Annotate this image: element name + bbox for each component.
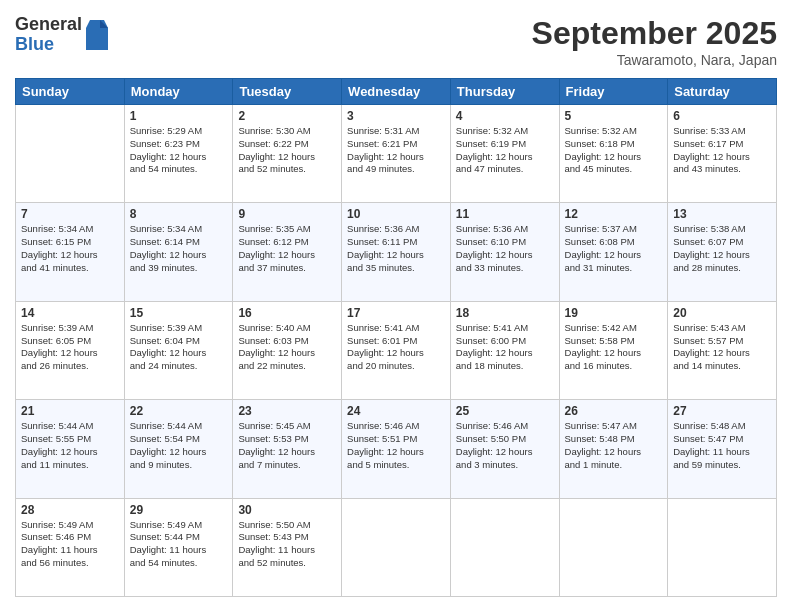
day-number: 4 (456, 109, 554, 123)
day-info: Sunrise: 5:41 AM Sunset: 6:00 PM Dayligh… (456, 322, 554, 373)
table-row (668, 498, 777, 596)
day-info: Sunrise: 5:49 AM Sunset: 5:46 PM Dayligh… (21, 519, 119, 570)
day-number: 20 (673, 306, 771, 320)
col-friday: Friday (559, 79, 668, 105)
table-row: 18Sunrise: 5:41 AM Sunset: 6:00 PM Dayli… (450, 301, 559, 399)
day-info: Sunrise: 5:43 AM Sunset: 5:57 PM Dayligh… (673, 322, 771, 373)
day-number: 10 (347, 207, 445, 221)
day-number: 12 (565, 207, 663, 221)
day-number: 18 (456, 306, 554, 320)
table-row: 20Sunrise: 5:43 AM Sunset: 5:57 PM Dayli… (668, 301, 777, 399)
day-number: 5 (565, 109, 663, 123)
day-number: 9 (238, 207, 336, 221)
table-row: 2Sunrise: 5:30 AM Sunset: 6:22 PM Daylig… (233, 105, 342, 203)
day-number: 26 (565, 404, 663, 418)
day-info: Sunrise: 5:46 AM Sunset: 5:50 PM Dayligh… (456, 420, 554, 471)
col-tuesday: Tuesday (233, 79, 342, 105)
table-row: 13Sunrise: 5:38 AM Sunset: 6:07 PM Dayli… (668, 203, 777, 301)
table-row: 10Sunrise: 5:36 AM Sunset: 6:11 PM Dayli… (342, 203, 451, 301)
day-number: 13 (673, 207, 771, 221)
calendar: Sunday Monday Tuesday Wednesday Thursday… (15, 78, 777, 597)
table-row: 27Sunrise: 5:48 AM Sunset: 5:47 PM Dayli… (668, 400, 777, 498)
day-info: Sunrise: 5:38 AM Sunset: 6:07 PM Dayligh… (673, 223, 771, 274)
month-title: September 2025 (532, 15, 777, 52)
table-row: 9Sunrise: 5:35 AM Sunset: 6:12 PM Daylig… (233, 203, 342, 301)
col-sunday: Sunday (16, 79, 125, 105)
day-info: Sunrise: 5:32 AM Sunset: 6:19 PM Dayligh… (456, 125, 554, 176)
day-number: 23 (238, 404, 336, 418)
page: General Blue September 2025 Tawaramoto, … (0, 0, 792, 612)
title-section: September 2025 Tawaramoto, Nara, Japan (532, 15, 777, 68)
logo-icon (86, 20, 108, 50)
day-info: Sunrise: 5:34 AM Sunset: 6:14 PM Dayligh… (130, 223, 228, 274)
table-row: 14Sunrise: 5:39 AM Sunset: 6:05 PM Dayli… (16, 301, 125, 399)
calendar-week-row: 1Sunrise: 5:29 AM Sunset: 6:23 PM Daylig… (16, 105, 777, 203)
table-row: 28Sunrise: 5:49 AM Sunset: 5:46 PM Dayli… (16, 498, 125, 596)
table-row: 7Sunrise: 5:34 AM Sunset: 6:15 PM Daylig… (16, 203, 125, 301)
day-number: 7 (21, 207, 119, 221)
day-info: Sunrise: 5:44 AM Sunset: 5:54 PM Dayligh… (130, 420, 228, 471)
day-info: Sunrise: 5:40 AM Sunset: 6:03 PM Dayligh… (238, 322, 336, 373)
table-row: 3Sunrise: 5:31 AM Sunset: 6:21 PM Daylig… (342, 105, 451, 203)
calendar-week-row: 7Sunrise: 5:34 AM Sunset: 6:15 PM Daylig… (16, 203, 777, 301)
table-row: 12Sunrise: 5:37 AM Sunset: 6:08 PM Dayli… (559, 203, 668, 301)
table-row: 21Sunrise: 5:44 AM Sunset: 5:55 PM Dayli… (16, 400, 125, 498)
col-thursday: Thursday (450, 79, 559, 105)
day-info: Sunrise: 5:36 AM Sunset: 6:11 PM Dayligh… (347, 223, 445, 274)
table-row: 6Sunrise: 5:33 AM Sunset: 6:17 PM Daylig… (668, 105, 777, 203)
day-number: 16 (238, 306, 336, 320)
day-info: Sunrise: 5:31 AM Sunset: 6:21 PM Dayligh… (347, 125, 445, 176)
day-info: Sunrise: 5:44 AM Sunset: 5:55 PM Dayligh… (21, 420, 119, 471)
day-info: Sunrise: 5:46 AM Sunset: 5:51 PM Dayligh… (347, 420, 445, 471)
day-info: Sunrise: 5:39 AM Sunset: 6:04 PM Dayligh… (130, 322, 228, 373)
day-info: Sunrise: 5:32 AM Sunset: 6:18 PM Dayligh… (565, 125, 663, 176)
logo-blue: Blue (15, 35, 82, 55)
table-row: 1Sunrise: 5:29 AM Sunset: 6:23 PM Daylig… (124, 105, 233, 203)
day-number: 25 (456, 404, 554, 418)
table-row (559, 498, 668, 596)
location: Tawaramoto, Nara, Japan (532, 52, 777, 68)
day-info: Sunrise: 5:41 AM Sunset: 6:01 PM Dayligh… (347, 322, 445, 373)
day-info: Sunrise: 5:36 AM Sunset: 6:10 PM Dayligh… (456, 223, 554, 274)
day-number: 6 (673, 109, 771, 123)
day-number: 14 (21, 306, 119, 320)
table-row: 23Sunrise: 5:45 AM Sunset: 5:53 PM Dayli… (233, 400, 342, 498)
calendar-header-row: Sunday Monday Tuesday Wednesday Thursday… (16, 79, 777, 105)
svg-marker-0 (86, 20, 108, 50)
col-wednesday: Wednesday (342, 79, 451, 105)
calendar-week-row: 21Sunrise: 5:44 AM Sunset: 5:55 PM Dayli… (16, 400, 777, 498)
table-row: 30Sunrise: 5:50 AM Sunset: 5:43 PM Dayli… (233, 498, 342, 596)
table-row: 26Sunrise: 5:47 AM Sunset: 5:48 PM Dayli… (559, 400, 668, 498)
table-row: 17Sunrise: 5:41 AM Sunset: 6:01 PM Dayli… (342, 301, 451, 399)
day-info: Sunrise: 5:35 AM Sunset: 6:12 PM Dayligh… (238, 223, 336, 274)
day-info: Sunrise: 5:39 AM Sunset: 6:05 PM Dayligh… (21, 322, 119, 373)
col-monday: Monday (124, 79, 233, 105)
day-info: Sunrise: 5:34 AM Sunset: 6:15 PM Dayligh… (21, 223, 119, 274)
day-info: Sunrise: 5:33 AM Sunset: 6:17 PM Dayligh… (673, 125, 771, 176)
day-number: 21 (21, 404, 119, 418)
day-number: 29 (130, 503, 228, 517)
day-number: 8 (130, 207, 228, 221)
day-number: 30 (238, 503, 336, 517)
table-row: 8Sunrise: 5:34 AM Sunset: 6:14 PM Daylig… (124, 203, 233, 301)
table-row: 29Sunrise: 5:49 AM Sunset: 5:44 PM Dayli… (124, 498, 233, 596)
day-number: 22 (130, 404, 228, 418)
day-number: 19 (565, 306, 663, 320)
day-number: 27 (673, 404, 771, 418)
logo-general: General (15, 15, 82, 35)
header: General Blue September 2025 Tawaramoto, … (15, 15, 777, 68)
table-row (16, 105, 125, 203)
day-number: 1 (130, 109, 228, 123)
day-number: 24 (347, 404, 445, 418)
table-row: 24Sunrise: 5:46 AM Sunset: 5:51 PM Dayli… (342, 400, 451, 498)
table-row: 16Sunrise: 5:40 AM Sunset: 6:03 PM Dayli… (233, 301, 342, 399)
day-number: 28 (21, 503, 119, 517)
table-row: 15Sunrise: 5:39 AM Sunset: 6:04 PM Dayli… (124, 301, 233, 399)
day-info: Sunrise: 5:48 AM Sunset: 5:47 PM Dayligh… (673, 420, 771, 471)
table-row: 19Sunrise: 5:42 AM Sunset: 5:58 PM Dayli… (559, 301, 668, 399)
table-row: 4Sunrise: 5:32 AM Sunset: 6:19 PM Daylig… (450, 105, 559, 203)
day-number: 3 (347, 109, 445, 123)
calendar-week-row: 14Sunrise: 5:39 AM Sunset: 6:05 PM Dayli… (16, 301, 777, 399)
table-row: 5Sunrise: 5:32 AM Sunset: 6:18 PM Daylig… (559, 105, 668, 203)
logo: General Blue (15, 15, 108, 55)
